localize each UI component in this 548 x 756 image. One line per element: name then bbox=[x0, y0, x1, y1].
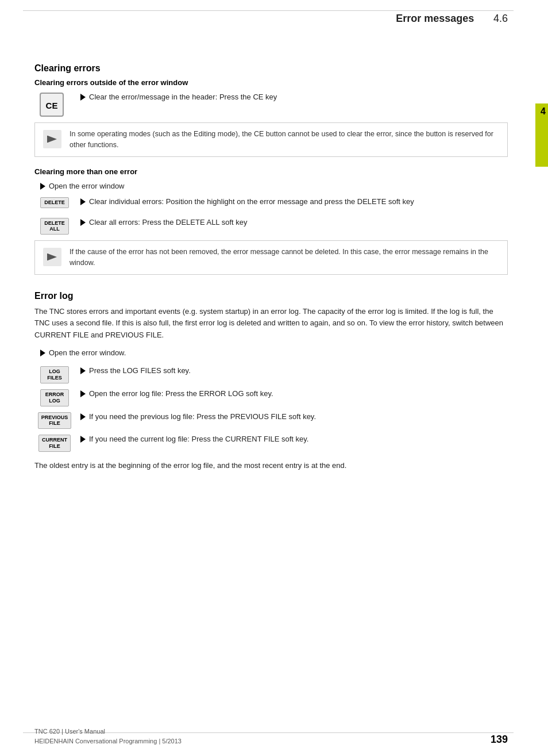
error-log-instruction-item: Open the error log file: Press the ERROR… bbox=[75, 388, 508, 400]
subsection-outside-title: Clearing errors outside of the error win… bbox=[34, 78, 508, 87]
error-log-key-row: ERROR LOG Open the error log file: Press… bbox=[34, 388, 508, 406]
note-box-2: If the cause of the error has not been r… bbox=[34, 240, 508, 275]
page-number: 139 bbox=[491, 734, 508, 746]
page-border-top bbox=[23, 10, 514, 11]
delete-instruction-text: Clear individual errors: Position the hi… bbox=[89, 196, 508, 208]
subsection-more-title: Clearing more than one error bbox=[34, 167, 508, 176]
error-log-line2: LOG bbox=[49, 398, 60, 404]
delete-instruction-col: Clear individual errors: Position the hi… bbox=[75, 196, 508, 211]
clearing-errors-title: Clearing errors bbox=[34, 63, 508, 74]
footer-note: The oldest entry is at the beginning of … bbox=[34, 460, 508, 472]
ce-instruction-col: Clear the error/message in the header: P… bbox=[75, 91, 508, 106]
chapter-number: 4 bbox=[541, 106, 546, 117]
note-2-text: If the cause of the error has not been r… bbox=[70, 247, 499, 268]
footer-line2: HEIDENHAIN Conversational Programming | … bbox=[34, 736, 182, 746]
current-file-key-button[interactable]: CURRENT FILE bbox=[38, 435, 71, 452]
subsection-more-container: Clearing more than one error bbox=[34, 167, 508, 176]
delete-all-instruction-col: Clear all errors: Press the DELETE ALL s… bbox=[75, 217, 508, 232]
footer-line1: TNC 620 | User's Manual bbox=[34, 727, 182, 736]
delete-all-line1: DELETE bbox=[44, 220, 65, 227]
open-error-window-item: Open the error window bbox=[34, 181, 508, 192]
delete-all-key-row: DELETE ALL Clear all errors: Press the D… bbox=[34, 217, 508, 235]
log-files-line2: FILES bbox=[47, 375, 62, 381]
previous-file-key-button[interactable]: PREVIOUS FILE bbox=[38, 412, 72, 429]
delete-arrow-bullet bbox=[80, 198, 86, 205]
log-files-row: LOG FILES Press the LOG FILES soft key. bbox=[34, 365, 508, 383]
current-file-instruction-col: If you need the current log file: Press … bbox=[75, 433, 508, 448]
delete-all-instruction-item: Clear all errors: Press the DELETE ALL s… bbox=[75, 217, 508, 228]
note-1-text: In some operating modes (such as the Edi… bbox=[70, 129, 499, 151]
delete-all-key-button[interactable]: DELETE ALL bbox=[40, 218, 69, 235]
error-log-line1: ERROR bbox=[45, 392, 64, 398]
previous-file-instruction-col: If you need the previous log file: Press… bbox=[75, 411, 508, 426]
previous-file-row: PREVIOUS FILE If you need the previous l… bbox=[34, 411, 508, 429]
page-footer: TNC 620 | User's Manual HEIDENHAIN Conve… bbox=[34, 727, 508, 746]
current-file-instruction-text: If you need the current log file: Press … bbox=[89, 433, 508, 445]
footer-left: TNC 620 | User's Manual HEIDENHAIN Conve… bbox=[34, 727, 182, 746]
note-arrow-1 bbox=[43, 130, 61, 150]
note-box-1: In some operating modes (such as the Edi… bbox=[34, 122, 508, 157]
ce-key-row: CE Clear the error/message in the header… bbox=[34, 91, 508, 117]
delete-all-instruction-text: Clear all errors: Press the DELETE ALL s… bbox=[89, 217, 508, 228]
current-file-arrow-bullet bbox=[80, 436, 86, 443]
error-log-key-button[interactable]: ERROR LOG bbox=[40, 389, 69, 406]
delete-instruction-item: Clear individual errors: Position the hi… bbox=[75, 196, 508, 208]
previous-file-line2: FILE bbox=[49, 420, 60, 427]
previous-file-line1: PREVIOUS bbox=[41, 415, 68, 421]
previous-file-instruction-text: If you need the previous log file: Press… bbox=[89, 411, 508, 423]
ce-instruction-item: Clear the error/message in the header: P… bbox=[75, 91, 508, 103]
log-files-key-col: LOG FILES bbox=[34, 365, 75, 383]
error-log-arrow-bullet bbox=[80, 390, 86, 397]
current-file-row: CURRENT FILE If you need the current log… bbox=[34, 433, 508, 452]
previous-file-arrow-bullet bbox=[80, 413, 86, 420]
log-files-instruction-text: Press the LOG FILES soft key. bbox=[89, 365, 508, 377]
delete-all-line2: ALL bbox=[49, 226, 60, 232]
current-file-line2: FILE bbox=[49, 443, 60, 450]
page-header: Error messages 4.6 bbox=[396, 13, 508, 25]
error-log-body: The TNC stores errors and important even… bbox=[34, 306, 508, 341]
delete-key-row: DELETE Clear individual errors: Position… bbox=[34, 196, 508, 211]
ce-key-col: CE bbox=[34, 91, 75, 117]
ce-arrow-bullet bbox=[80, 94, 86, 101]
delete-all-key-col: DELETE ALL bbox=[34, 217, 75, 235]
delete-all-arrow-bullet bbox=[80, 219, 86, 226]
open-error-log-text: Open the error window. bbox=[49, 347, 508, 359]
open-error-log-arrow bbox=[40, 350, 45, 356]
log-files-arrow-bullet bbox=[80, 367, 86, 374]
current-file-instruction-item: If you need the current log file: Press … bbox=[75, 433, 508, 445]
error-log-instruction-col: Open the error log file: Press the ERROR… bbox=[75, 388, 508, 403]
error-log-instruction-text: Open the error log file: Press the ERROR… bbox=[89, 388, 508, 400]
log-files-line1: LOG bbox=[49, 369, 60, 375]
current-file-key-col: CURRENT FILE bbox=[34, 433, 75, 452]
log-files-instruction-col: Press the LOG FILES soft key. bbox=[75, 365, 508, 380]
log-files-key-button[interactable]: LOG FILES bbox=[40, 366, 69, 383]
open-error-window-log-item: Open the error window. bbox=[34, 347, 508, 359]
log-files-instruction-item: Press the LOG FILES soft key. bbox=[75, 365, 508, 377]
previous-file-key-col: PREVIOUS FILE bbox=[34, 411, 75, 429]
open-error-arrow bbox=[40, 183, 45, 190]
previous-file-instruction-item: If you need the previous log file: Press… bbox=[75, 411, 508, 423]
ce-instruction-text: Clear the error/message in the header: P… bbox=[89, 91, 508, 103]
delete-key-col: DELETE bbox=[34, 196, 75, 208]
header-section: 4.6 bbox=[493, 13, 508, 24]
note-arrow-2 bbox=[43, 248, 61, 268]
main-content: Clearing errors Clearing errors outside … bbox=[34, 52, 508, 716]
open-error-text: Open the error window bbox=[49, 181, 508, 192]
error-log-title: Error log bbox=[34, 291, 508, 301]
error-log-key-col: ERROR LOG bbox=[34, 388, 75, 406]
header-title: Error messages bbox=[396, 13, 474, 24]
current-file-line1: CURRENT bbox=[42, 437, 67, 443]
delete-key-button[interactable]: DELETE bbox=[40, 197, 69, 208]
ce-key-button[interactable]: CE bbox=[40, 93, 64, 117]
